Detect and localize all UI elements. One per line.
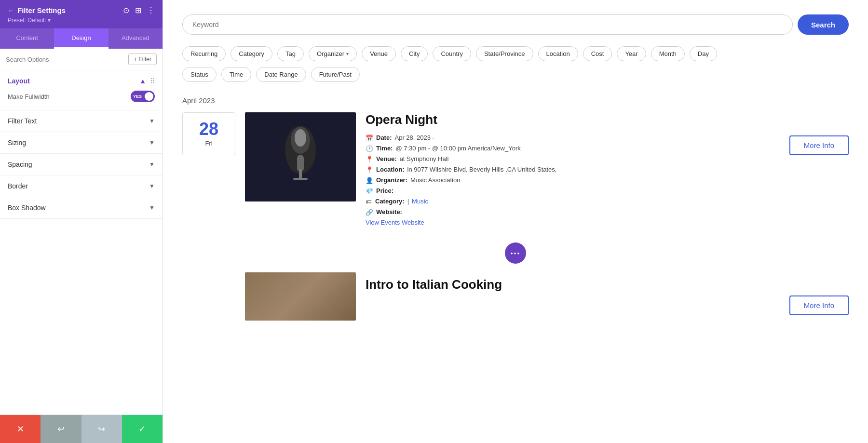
- dots-icon: ●●●: [511, 251, 521, 255]
- filter-text-label: Filter Text: [8, 117, 37, 125]
- filter-tag-cost[interactable]: Cost: [583, 46, 612, 61]
- preset-label[interactable]: Preset: Default ▾: [8, 17, 155, 28]
- date-value: Apr 28, 2023 -: [395, 134, 434, 141]
- filter-tags-row2: Status Time Date Range Future/Past: [182, 67, 849, 82]
- undo-button[interactable]: ↩: [41, 415, 81, 443]
- main-content: Search Recurring Category Tag Organizer▾…: [163, 0, 868, 443]
- filter-tag-category[interactable]: Category: [231, 46, 272, 61]
- sizing-section-row[interactable]: Sizing ▼: [8, 132, 155, 153]
- close-button[interactable]: ✕: [0, 415, 41, 443]
- filter-tag-state-province[interactable]: State/Province: [476, 46, 533, 61]
- filter-tag-year[interactable]: Year: [617, 46, 646, 61]
- search-button[interactable]: Search: [798, 14, 849, 35]
- close-icon: ✕: [17, 424, 24, 434]
- location-pin-icon: 📍: [366, 166, 373, 174]
- undo-icon: ↩: [57, 424, 65, 434]
- fullwidth-toggle[interactable]: YES: [131, 91, 155, 102]
- sidebar-header: ← Filter Settings ⊙ ⊞ ⋮ Preset: Default …: [0, 0, 163, 28]
- spacing-section-row[interactable]: Spacing ▼: [8, 154, 155, 175]
- filter-tag-recurring[interactable]: Recurring: [182, 46, 226, 61]
- category-link[interactable]: Music: [412, 198, 428, 205]
- filter-tag-location[interactable]: Location: [538, 46, 578, 61]
- venue-value: at Symphony Hall: [400, 155, 449, 162]
- event-day-name: Fri: [205, 140, 212, 147]
- layout-section-header[interactable]: Layout ▲ ⠿: [8, 70, 155, 91]
- box-shadow-section-row[interactable]: Box Shadow ▼: [8, 197, 155, 218]
- redo-button[interactable]: ↪: [81, 415, 122, 443]
- category-prefix: |: [407, 198, 409, 205]
- event-day-number: 28: [199, 121, 218, 138]
- filter-tag-time[interactable]: Time: [221, 67, 251, 82]
- filter-text-section-row[interactable]: Filter Text ▼: [8, 110, 155, 132]
- toggle-yes-label: YES: [133, 94, 142, 99]
- website-link[interactable]: View Events Website: [366, 219, 424, 226]
- fullwidth-label: Make Fullwidth: [8, 93, 50, 100]
- sidebar-header-icons: ⊙ ⊞ ⋮: [123, 6, 155, 15]
- more-options-icon[interactable]: ⋮: [147, 6, 155, 15]
- filter-tag-date-range[interactable]: Date Range: [256, 67, 306, 82]
- more-info-button-2[interactable]: More Info: [789, 295, 849, 315]
- sidebar-tabs: Content Design Advanced: [0, 28, 163, 49]
- tab-content[interactable]: Content: [0, 28, 54, 49]
- website-icon: 🔗: [366, 209, 373, 216]
- more-info-button[interactable]: More Info: [789, 135, 849, 155]
- venue-label: Venue:: [376, 155, 397, 162]
- event-category-row: 🏷 Category: | Music: [366, 198, 770, 205]
- event-image-placeholder: [245, 112, 356, 201]
- filter-text-chevron-icon: ▼: [149, 118, 155, 124]
- sizing-chevron-icon: ▼: [149, 139, 155, 146]
- back-icon: ←: [8, 7, 14, 14]
- layout-drag-icon: ⠿: [150, 77, 155, 85]
- event-organizer-row: 👤 Organizer: Music Association: [366, 176, 770, 184]
- search-bar-row: Search: [182, 14, 849, 35]
- sidebar: ← Filter Settings ⊙ ⊞ ⋮ Preset: Default …: [0, 0, 163, 443]
- filter-tags-row1: Recurring Category Tag Organizer▾ Venue …: [182, 46, 849, 61]
- filter-tag-status[interactable]: Status: [182, 67, 217, 82]
- organizer-icon: 👤: [366, 177, 373, 184]
- calendar-icon: 📅: [366, 134, 373, 142]
- clock-icon: 🕐: [366, 145, 373, 152]
- search-options-input[interactable]: [6, 56, 124, 63]
- event-date-box: 28 Fri: [182, 112, 235, 155]
- filter-tag-city[interactable]: City: [401, 46, 428, 61]
- filter-tag-future-past[interactable]: Future/Past: [311, 67, 360, 82]
- event-image-2: [245, 272, 356, 321]
- time-value: @ 7:30 pm - @ 10:00 pm America/New_York: [395, 145, 520, 152]
- filter-tag-organizer[interactable]: Organizer▾: [309, 46, 357, 61]
- border-section-row[interactable]: Border ▼: [8, 175, 155, 197]
- border-icons: ▼: [149, 183, 155, 189]
- svg-point-5: [295, 129, 306, 147]
- tab-design[interactable]: Design: [54, 28, 108, 49]
- filter-tag-day[interactable]: Day: [690, 46, 717, 61]
- border-chevron-icon: ▼: [149, 183, 155, 189]
- grid-icon[interactable]: ⊞: [135, 6, 141, 15]
- price-label: Price:: [376, 187, 393, 194]
- sidebar-back-button[interactable]: ← Filter Settings: [8, 6, 66, 14]
- dots-button[interactable]: ●●●: [505, 242, 526, 264]
- box-shadow-chevron-icon: ▼: [149, 204, 155, 211]
- save-button[interactable]: ✓: [122, 415, 163, 443]
- spacing-icons: ▼: [149, 161, 155, 168]
- pin-icon: 📍: [366, 156, 373, 163]
- layout-section: Layout ▲ ⠿ Make Fullwidth YES: [0, 70, 163, 110]
- box-shadow-icons: ▼: [149, 204, 155, 211]
- svg-rect-4: [293, 178, 308, 180]
- target-icon[interactable]: ⊙: [123, 6, 129, 15]
- tab-advanced[interactable]: Advanced: [108, 28, 163, 49]
- filter-button[interactable]: + Filter: [128, 54, 157, 65]
- layout-chevron-up-icon[interactable]: ▲: [139, 77, 146, 85]
- sidebar-search-row: + Filter: [0, 49, 163, 70]
- month-label: April 2023: [182, 96, 849, 105]
- event-title-2: Intro to Italian Cooking: [366, 277, 770, 292]
- filter-tag-tag[interactable]: Tag: [277, 46, 304, 61]
- sidebar-title: Filter Settings: [17, 6, 66, 14]
- keyword-input[interactable]: [182, 14, 793, 35]
- organizer-dropdown-arrow: ▾: [346, 51, 349, 56]
- filter-tag-month[interactable]: Month: [651, 46, 685, 61]
- website-label: Website:: [376, 208, 402, 215]
- event-card-2: Intro to Italian Cooking More Info: [182, 272, 849, 321]
- filter-tag-country[interactable]: Country: [433, 46, 471, 61]
- event-image: [245, 112, 356, 201]
- border-label: Border: [8, 182, 28, 190]
- filter-tag-venue[interactable]: Venue: [362, 46, 396, 61]
